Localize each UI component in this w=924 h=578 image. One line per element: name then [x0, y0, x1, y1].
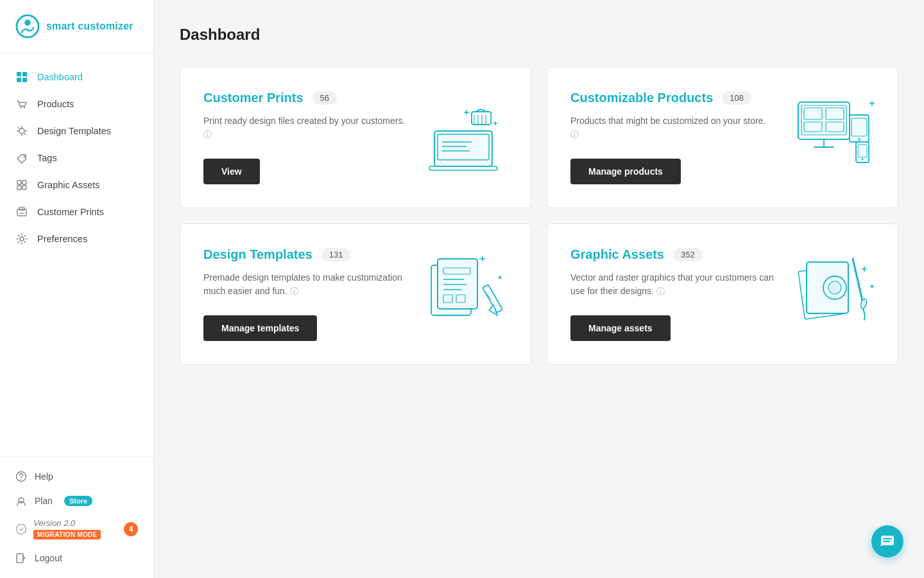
main-content: Dashboard Customer Prints 56 Print ready… [154, 0, 924, 578]
plan-icon [15, 495, 27, 507]
svg-point-23 [20, 237, 24, 241]
svg-point-6 [21, 107, 22, 108]
customizable-products-illustration [795, 96, 878, 179]
sidebar-nav: Dashboard Products [0, 53, 153, 456]
card-title: Design Templates [203, 247, 312, 262]
design-templates-icon [15, 125, 28, 137]
logout-item[interactable]: Logout [0, 546, 153, 570]
svg-point-7 [24, 107, 25, 108]
svg-rect-21 [19, 207, 24, 210]
version-text: Version 2.0 [33, 518, 101, 528]
svg-rect-3 [22, 72, 27, 76]
sidebar-item-graphic-assets[interactable]: Graphic Assets [0, 171, 153, 198]
version-icon [15, 523, 27, 535]
card-count: 352 [673, 248, 703, 261]
sidebar-item-tags[interactable]: Tags [0, 144, 153, 171]
design-templates-illustration [428, 252, 511, 336]
card-title: Customizable Products [570, 91, 713, 105]
sidebar-item-label: Design Templates [37, 126, 111, 136]
sidebar-item-design-templates[interactable]: Design Templates [0, 118, 153, 144]
manage-assets-button[interactable]: Manage assets [570, 315, 671, 341]
card-customizable-products: Customizable Products 108 Products that … [547, 67, 898, 208]
svg-point-54 [858, 138, 860, 141]
card-design-templates: Design Templates 131 Premade design temp… [180, 223, 531, 365]
card-title: Graphic Assets [570, 247, 664, 262]
sidebar-item-label: Preferences [37, 234, 87, 244]
help-icon [15, 471, 27, 482]
sidebar-bottom: Help Plan Store Version 2.0 [0, 456, 153, 578]
version-section: Version 2.0 MIGRATION MODE 4 [0, 513, 153, 546]
svg-rect-17 [22, 180, 26, 184]
sidebar-item-dashboard[interactable]: Dashboard [0, 64, 153, 91]
manage-templates-button[interactable]: Manage templates [203, 315, 317, 341]
info-icon[interactable]: ⓘ [290, 286, 298, 296]
svg-rect-53 [851, 118, 867, 136]
migration-badge: MIGRATION MODE [33, 530, 101, 539]
dashboard-icon [15, 71, 28, 83]
manage-products-button[interactable]: Manage products [570, 159, 681, 184]
svg-rect-19 [22, 186, 26, 189]
sidebar-item-customer-prints[interactable]: Customer Prints [0, 198, 153, 225]
svg-rect-30 [438, 134, 489, 160]
graphic-assets-icon [15, 179, 28, 191]
svg-point-77 [828, 281, 841, 294]
card-description: Premade design templates to make customi… [203, 271, 409, 301]
app-name: smart customizer [46, 21, 133, 32]
svg-rect-16 [17, 180, 21, 184]
graphic-assets-illustration [795, 252, 878, 336]
plan-item[interactable]: Plan Store [0, 489, 153, 513]
logo-area[interactable]: smart customizer [0, 0, 153, 53]
svg-rect-45 [801, 105, 846, 135]
card-description: Print ready design files created by your… [203, 114, 409, 144]
sidebar-item-products[interactable]: Products [0, 91, 153, 118]
sidebar-item-label: Products [37, 99, 74, 109]
sidebar-item-label: Dashboard [37, 72, 83, 82]
svg-rect-56 [858, 144, 867, 157]
help-label: Help [35, 471, 53, 482]
svg-line-13 [18, 127, 20, 129]
help-item[interactable]: Help [0, 464, 153, 489]
svg-point-79 [860, 298, 868, 310]
dashboard-cards-grid: Customer Prints 56 Print ready design fi… [180, 67, 898, 365]
svg-point-15 [24, 156, 25, 157]
preferences-icon [15, 232, 28, 245]
tags-icon [15, 152, 28, 164]
card-count: 131 [321, 248, 351, 261]
svg-line-78 [853, 259, 862, 301]
svg-rect-4 [17, 78, 21, 82]
sidebar: smart customizer Dashboard [0, 0, 154, 578]
svg-point-25 [21, 479, 22, 480]
sidebar-item-label: Customer Prints [37, 207, 104, 217]
svg-rect-2 [17, 72, 21, 76]
page-title: Dashboard [180, 26, 898, 44]
svg-rect-75 [807, 262, 848, 313]
customer-prints-icon [15, 206, 28, 218]
card-count: 108 [722, 91, 751, 105]
logout-icon [15, 552, 27, 564]
svg-line-14 [24, 134, 26, 136]
logout-label: Logout [35, 553, 62, 563]
svg-point-1 [24, 20, 31, 26]
card-title: Customer Prints [203, 91, 304, 105]
card-description: Products that might be customized on you… [570, 114, 776, 144]
logo-icon [15, 14, 40, 39]
store-badge: Store [64, 496, 92, 506]
info-icon[interactable]: ⓘ [570, 130, 579, 139]
sidebar-item-preferences[interactable]: Preferences [0, 225, 153, 252]
svg-rect-5 [22, 78, 27, 82]
svg-point-0 [17, 15, 38, 37]
sidebar-item-label: Graphic Assets [37, 180, 100, 190]
card-customer-prints: Customer Prints 56 Print ready design fi… [180, 67, 531, 208]
svg-rect-28 [17, 554, 23, 563]
plan-label: Plan [35, 496, 53, 506]
products-icon [15, 98, 28, 110]
view-button[interactable]: View [203, 159, 260, 184]
chat-button[interactable] [871, 525, 903, 557]
info-icon[interactable]: ⓘ [656, 286, 665, 296]
info-icon[interactable]: ⓘ [203, 130, 212, 139]
card-graphic-assets: Graphic Assets 352 Vector and raster gra… [547, 223, 898, 365]
customer-prints-illustration [428, 96, 511, 179]
card-count: 56 [312, 91, 337, 105]
migration-count[interactable]: 4 [124, 522, 138, 536]
card-description: Vector and raster graphics that your cus… [570, 271, 776, 301]
